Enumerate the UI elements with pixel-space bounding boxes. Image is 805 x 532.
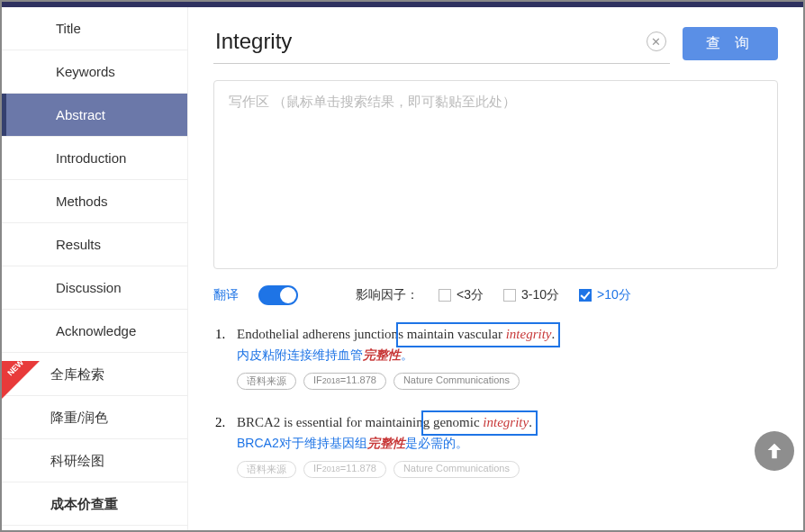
search-value: Integrity <box>215 29 647 54</box>
clear-icon[interactable]: ✕ <box>647 32 666 51</box>
query-button[interactable]: 查 询 <box>683 27 778 60</box>
arrow-up-icon <box>764 441 784 461</box>
sidebar-item-acknowledge[interactable]: Acknowledge <box>2 310 187 353</box>
result-item[interactable]: 2. BRCA2 is essential for maintaining ge… <box>213 415 778 478</box>
result-number: 1. <box>215 327 225 342</box>
filter-row: 翻译 影响因子： <3分 3-10分 >10分 <box>213 285 778 305</box>
translate-toggle[interactable] <box>258 285 298 305</box>
filter-gt10[interactable]: >10分 <box>579 287 631 303</box>
result-tags: 语料来源 IF2018=11.878 Nature Communications <box>237 461 778 478</box>
sidebar: Title Keywords Abstract Introduction Met… <box>2 7 188 530</box>
result-sentence: BRCA2 is essential for maintaining genom… <box>237 415 778 430</box>
write-area[interactable]: 写作区 （鼠标单击搜索结果，即可黏贴至此处） <box>213 80 778 269</box>
main-panel: Integrity ✕ 查 询 写作区 （鼠标单击搜索结果，即可黏贴至此处） 翻… <box>188 7 803 530</box>
sidebar-item-introduction[interactable]: Introduction <box>2 137 187 180</box>
filter-lt3[interactable]: <3分 <box>439 287 484 303</box>
search-input[interactable]: Integrity ✕ <box>213 23 670 64</box>
translate-label: 翻译 <box>213 287 239 303</box>
sidebar-item-abstract[interactable]: Abstract <box>2 94 187 137</box>
result-number: 2. <box>215 415 225 430</box>
sidebar-item-keywords[interactable]: Keywords <box>2 50 187 94</box>
tag-source[interactable]: 语料来源 <box>237 373 296 390</box>
tag-source[interactable]: 语料来源 <box>237 461 296 478</box>
sidebar-item-discussion[interactable]: Discussion <box>2 266 187 310</box>
sidebar-item-title[interactable]: Title <box>2 7 187 50</box>
result-item[interactable]: 1. Endothelial adherens junctions mainta… <box>213 327 778 390</box>
sidebar-item-plagiarism[interactable]: 成本价查重 <box>2 482 187 526</box>
result-sentence: Endothelial adherens junctions maintain … <box>237 327 778 342</box>
tag-if[interactable]: IF2018=11.878 <box>303 373 386 390</box>
result-translation: BRCA2对于维持基因组完整性是必需的。 <box>237 436 778 452</box>
sidebar-item-methods[interactable]: Methods <box>2 180 187 223</box>
sidebar-item-results[interactable]: Results <box>2 223 187 266</box>
filter-3to10[interactable]: 3-10分 <box>503 287 559 303</box>
tag-journal[interactable]: Nature Communications <box>393 373 520 390</box>
tag-journal[interactable]: Nature Communications <box>393 461 520 478</box>
result-translation: 内皮粘附连接维持血管完整性。 <box>237 347 778 364</box>
results-list: 1. Endothelial adherens junctions mainta… <box>213 327 778 478</box>
result-tags: 语料来源 IF2018=11.878 Nature Communications <box>237 373 778 390</box>
sidebar-item-plotting[interactable]: 科研绘图 <box>2 439 187 482</box>
scroll-top-button[interactable] <box>755 431 794 471</box>
sidebar-item-rewrite[interactable]: 降重/润色 <box>2 396 187 439</box>
tag-if[interactable]: IF2018=11.878 <box>303 461 386 478</box>
impact-factor-label: 影响因子： <box>356 287 419 303</box>
